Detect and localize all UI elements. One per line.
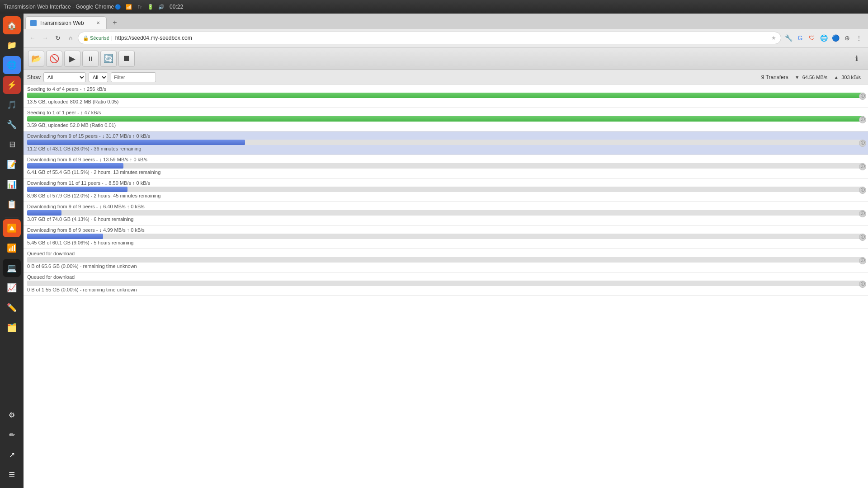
new-tab-button[interactable]: + [108,16,121,29]
torrent-item[interactable]: Downloading from 11 of 11 peers - ↓ 8.50… [24,178,868,202]
sidebar-app-bluetooth[interactable]: 📶 [3,239,21,257]
twi-filterbar: Show All Active Downloading Seeding Paus… [24,70,868,84]
star-icon[interactable]: ★ [771,35,776,41]
secure-label: Sécurisé [90,35,109,41]
sidebar-edit-icon[interactable]: ✏ [3,426,21,444]
filter-input[interactable] [111,72,156,82]
sidebar-app-chrome[interactable]: 🌐 [3,56,21,74]
torrent-info: 11.2 GB of 43.1 GB (26.0%) - 36 minutes … [27,146,864,151]
torrent-item[interactable]: Downloading from 9 of 9 peers - ↓ 6.40 M… [24,202,868,225]
torrent-info-button[interactable]: ⓘ [859,257,866,264]
torrent-info-button[interactable]: ⓘ [859,187,866,194]
category-select[interactable]: All [89,72,108,82]
torrent-item[interactable]: Seeding to 1 of 1 peer - ↑ 47 kB/s 3.59 … [24,108,868,131]
ext-5[interactable]: 🔵 [830,33,841,43]
remove-torrent-button[interactable]: 🚫 [46,51,62,67]
sidebar-app-write[interactable]: ✏️ [3,299,21,317]
torrent-status: Downloading from 9 of 15 peers - ↓ 31.07… [27,133,864,139]
torrent-info-button[interactable]: ⓘ [859,163,866,170]
torrent-info: 5.45 GB of 60.1 GB (9.06%) - 5 hours rem… [27,240,864,245]
speed-down-icon: ▼ [795,75,800,80]
back-button[interactable]: ← [27,33,38,43]
torrent-info-button[interactable]: ⓘ [859,234,866,241]
url-separator: | [111,35,113,41]
sidebar-app-settings2[interactable]: 🔧 [3,116,21,134]
sidebar-app-tasks[interactable]: 📋 [3,195,21,213]
transfer-count: 9 Transfers [761,74,788,80]
torrent-info-button[interactable]: ⓘ [859,210,866,217]
sidebar-app-terminal[interactable]: 💻 [3,259,21,277]
tab-close-button[interactable]: ✕ [94,19,102,27]
pause-torrent-button[interactable]: ⏸ [82,51,99,67]
sidebar-app-files[interactable]: 📁 [3,36,21,54]
sidebar-app-zap[interactable]: ⚡ [3,76,21,94]
sidebar-settings-icon[interactable]: ⚙ [3,406,21,424]
wifi-icon: 📶 [125,3,133,11]
ext-1[interactable]: 🔧 [783,33,794,43]
show-select[interactable]: All Active Downloading Seeding Paused [43,72,86,82]
speed-down: 64.56 MB/s [802,75,828,80]
tab-label: Transmission Web [39,20,92,26]
tab-bar: Transmission Web ✕ + [24,14,868,29]
twi-toolbar: 📂 🚫 ▶ ⏸ 🔄 ⏹ ℹ [24,47,868,70]
torrent-item[interactable]: Queued for download 0 B of 65.6 GB (0.00… [24,249,868,272]
sidebar-menu-icon[interactable]: ☰ [3,465,21,483]
speed-up: 303 kB/s [841,75,861,80]
sidebar-app-chart[interactable]: 📈 [3,279,21,297]
torrent-item[interactable]: Downloading from 9 of 15 peers - ↓ 31.07… [24,131,868,155]
browser-extension-icons: 🔧 G 🛡 🌐 🔵 ⊕ ⋮ [783,33,864,43]
resume-torrent-button[interactable]: 🔄 [100,51,117,67]
torrent-item[interactable]: Queued for download 0 B of 1.55 GB (0.00… [24,272,868,296]
lock-icon: 🔒 [83,35,89,41]
ext-3[interactable]: 🛡 [807,33,817,43]
torrent-status: Seeding to 1 of 1 peer - ↑ 47 kB/s [27,110,864,115]
browser-tab-active[interactable]: Transmission Web ✕ [25,16,107,29]
sidebar-app-media[interactable]: 🎵 [3,96,21,114]
torrent-item[interactable]: Downloading from 6 of 9 peers - ↓ 13.59 … [24,155,868,178]
sidebar-share-icon[interactable]: ↗ [3,446,21,464]
torrent-info: 8.98 GB of 57.9 GB (12.0%) - 2 hours, 45… [27,193,864,198]
torrent-progress-fill [27,140,245,145]
chrome-menu[interactable]: ⋮ [854,33,864,43]
torrent-progress-bar [27,116,864,122]
torrent-info-button[interactable]: ⓘ [859,116,866,123]
torrent-info-button[interactable]: ⓘ [859,93,866,100]
ext-4[interactable]: 🌐 [818,33,829,43]
torrent-status: Downloading from 6 of 9 peers - ↓ 13.59 … [27,157,864,162]
sidebar-app-editor[interactable]: 📝 [3,155,21,174]
torrent-info: 6.41 GB of 55.4 GB (11.5%) - 2 hours, 13… [27,169,864,175]
start-torrent-button[interactable]: ▶ [64,51,80,67]
info-button[interactable]: ℹ [850,52,863,66]
torrent-progress-fill [27,187,127,192]
torrent-progress-bar [27,210,864,216]
torrent-progress-fill [27,210,61,216]
sidebar-app-upload[interactable]: 🔼 [3,219,21,237]
torrent-info: 3.59 GB, uploaded 52.0 MB (Ratio 0.01) [27,122,864,128]
address-bar[interactable]: 🔒 Sécurisé | https://seed04.my-seedbox.c… [78,32,781,44]
home-button[interactable]: ⌂ [65,33,76,43]
tab-favicon [30,20,37,26]
torrent-item[interactable]: Seeding to 4 of 4 peers - ↑ 256 kB/s 13.… [24,84,868,108]
open-torrent-button[interactable]: 📂 [28,51,44,67]
battery-icon: 🔋 [146,3,155,11]
ext-6[interactable]: ⊕ [842,33,853,43]
ext-2[interactable]: G [795,33,806,43]
torrent-info-button[interactable]: ⓘ [859,281,866,288]
sidebar-app-sheets[interactable]: 📊 [3,175,21,193]
torrent-info: 13.5 GB, uploaded 800.2 MB (Ratio 0.05) [27,99,864,104]
sidebar-app-archive[interactable]: 🗂️ [3,319,21,337]
forward-button[interactable]: → [40,33,51,43]
reload-button[interactable]: ↻ [52,33,63,43]
twi-torrent-list: Seeding to 4 of 4 peers - ↑ 256 kB/s 13.… [24,84,868,488]
sidebar-divider [5,217,19,217]
torrent-info-button[interactable]: ⓘ [859,140,866,147]
torrent-progress-bar [27,93,864,98]
torrent-item[interactable]: Downloading from 8 of 9 peers - ↓ 4.99 M… [24,225,868,249]
stop-all-button[interactable]: ⏹ [118,51,135,67]
torrent-progress-bar [27,187,864,192]
sidebar-app-monitor[interactable]: 🖥 [3,136,21,154]
secure-badge: 🔒 Sécurisé | [83,35,113,41]
torrent-status: Queued for download [27,274,864,280]
sidebar-app-home[interactable]: 🏠 [3,16,21,34]
browser-chrome: Transmission Web ✕ + ← → ↻ ⌂ 🔒 Sécurisé … [24,14,868,47]
